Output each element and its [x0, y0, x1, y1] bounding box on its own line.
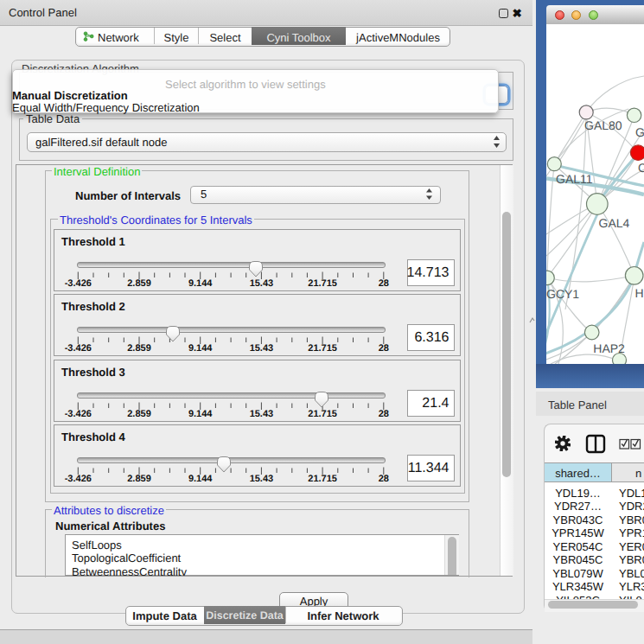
svg-text:GAL11: GAL11 — [556, 172, 593, 186]
svg-text:GAL80: GAL80 — [584, 118, 622, 132]
svg-text:GCY1: GCY1 — [546, 287, 579, 301]
svg-text:HAP2: HAP2 — [593, 341, 625, 355]
svg-text:H: H — [635, 286, 644, 300]
svg-text:C: C — [638, 161, 644, 175]
svg-text:GAL: GAL — [635, 125, 644, 139]
svg-text:GAL4: GAL4 — [599, 216, 630, 230]
